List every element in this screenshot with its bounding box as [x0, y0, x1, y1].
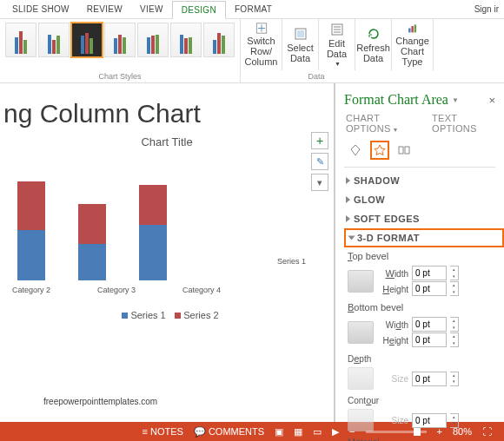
svg-rect-6 [414, 24, 415, 32]
chart-style-thumb[interactable] [203, 23, 235, 57]
present-icon: ▶ [332, 426, 339, 438]
data-group-label: Data [241, 72, 392, 81]
normal-view-button[interactable]: ▣ [269, 426, 288, 438]
bottom-bevel-picker[interactable] [348, 321, 374, 344]
comments-button[interactable]: 💬COMMENTS [189, 426, 269, 438]
chart-style-thumb-selected[interactable] [71, 23, 103, 57]
sorter-view-button[interactable]: ▦ [288, 426, 308, 438]
zoom-slider[interactable] [366, 431, 427, 433]
category-label: Category 4 [176, 286, 228, 294]
spinner[interactable]: ▴▾ [450, 266, 459, 280]
plus-icon: + [316, 134, 323, 148]
tab-view[interactable]: VIEW [131, 1, 172, 17]
switch-row-column-button[interactable]: Switch Row/ Column [241, 19, 282, 70]
spinner[interactable]: ▴▾ [450, 372, 459, 386]
contour-color-picker[interactable] [348, 409, 374, 431]
select-data-button[interactable]: Select Data [282, 19, 319, 70]
fit-button[interactable]: ⛶ [477, 426, 497, 437]
svg-rect-7 [399, 147, 403, 154]
bottom-bevel-width-input[interactable] [412, 317, 447, 332]
tab-format[interactable]: FORMAT [226, 1, 281, 17]
height-label: Height [379, 284, 408, 294]
section-3d-format[interactable]: 3-D FORMAT [344, 228, 504, 247]
chart-title[interactable]: Chart Title [0, 135, 334, 148]
ribbon-tabs: SLIDE SHOW REVIEW VIEW DESIGN FORMAT Sig… [0, 0, 504, 19]
size-properties-icon[interactable] [395, 141, 414, 160]
bottom-bevel-label: Bottom bevel [335, 299, 504, 314]
chart-style-thumb[interactable] [38, 23, 70, 57]
refresh-data-button[interactable]: Refresh Data [355, 19, 392, 70]
funnel-icon: ▾ [317, 177, 322, 188]
svg-rect-5 [411, 26, 413, 32]
top-bevel-height-input[interactable] [412, 281, 447, 296]
category-label: Category 3 [90, 286, 143, 294]
edit-data-button[interactable]: Edit Data▼ [319, 19, 355, 70]
chart-options-tab[interactable]: CHART OPTIONS▼ [346, 113, 421, 134]
chart-filters-button[interactable]: ▾ [311, 174, 328, 191]
depth-size-input[interactable] [412, 372, 447, 386]
pane-dropdown-icon[interactable]: ▼ [452, 96, 459, 104]
chart-style-thumb[interactable] [104, 23, 136, 57]
reading-view-button[interactable]: ▭ [308, 426, 327, 438]
chart-style-thumb[interactable] [5, 23, 36, 57]
width-label: Width [379, 268, 408, 279]
signin-link[interactable]: Sign ir [474, 4, 499, 14]
spinner[interactable]: ▴▾ [450, 317, 459, 332]
notes-icon: ≡ [143, 426, 148, 437]
chart-styles-button[interactable]: ✎ [311, 153, 328, 170]
chevron-down-icon: ▼ [393, 127, 399, 133]
ribbon: Chart Styles Switch Row/ Column Select D… [0, 19, 504, 83]
tab-review[interactable]: REVIEW [78, 1, 131, 17]
effects-icon[interactable] [370, 141, 389, 160]
top-bevel-width-input[interactable] [412, 266, 447, 280]
chart-object[interactable]: Chart Title Category 2 Category 3 Catego… [0, 135, 334, 320]
chart-styles-label: Chart Styles [0, 72, 240, 81]
top-bevel-picker[interactable] [348, 270, 374, 293]
fill-line-icon[interactable] [346, 141, 365, 160]
chart-style-thumb[interactable] [137, 23, 169, 57]
svg-rect-4 [408, 29, 410, 33]
contour-label: Contour [335, 392, 504, 407]
change-chart-type-button[interactable]: Change Chart Type [392, 19, 434, 70]
bottom-bevel-height-input[interactable] [412, 332, 447, 347]
comment-icon: 💬 [194, 426, 206, 438]
section-soft-edges[interactable]: SOFT EDGES [335, 209, 504, 228]
top-bevel-label: Top bevel [335, 247, 504, 263]
reading-icon: ▭ [313, 426, 322, 438]
slideshow-view-button[interactable]: ▶ [327, 426, 344, 438]
chevron-down-icon: ▼ [335, 61, 341, 67]
contour-size-input[interactable] [412, 413, 447, 428]
category-label: Category 2 [5, 286, 57, 294]
tab-slideshow[interactable]: SLIDE SHOW [3, 1, 78, 17]
footer-text: freepowerpointtemplates.com [43, 397, 157, 406]
zoom-in-button[interactable]: + [432, 426, 448, 437]
section-shadow[interactable]: SHADOW [335, 171, 504, 190]
brush-icon: ✎ [316, 156, 324, 168]
chart-elements-button[interactable]: + [311, 132, 328, 149]
format-pane: Format Chart Area ▼ × CHART OPTIONS▼ TEX… [335, 83, 504, 422]
normal-view-icon: ▣ [275, 426, 283, 438]
chart-style-thumb[interactable] [170, 23, 202, 57]
slide-canvas[interactable]: ng Column Chart Chart Title Category 2 C… [0, 83, 335, 422]
notes-button[interactable]: ≡NOTES [137, 426, 189, 437]
chart-styles-gallery[interactable] [0, 19, 240, 57]
pane-title: Format Chart Area [344, 92, 448, 108]
chart-legend[interactable]: Series 1 Series 2 [0, 310, 334, 320]
depth-label: Depth [335, 350, 504, 365]
tab-design[interactable]: DESIGN [172, 1, 226, 19]
spinner[interactable]: ▴▾ [450, 332, 459, 347]
svg-rect-8 [405, 147, 409, 154]
sorter-icon: ▦ [294, 426, 302, 438]
close-icon[interactable]: × [488, 94, 495, 107]
series-axis-label: Series 1 [277, 257, 306, 266]
fit-icon: ⛶ [482, 426, 492, 437]
zoom-level[interactable]: 80% [448, 426, 477, 437]
text-options-tab[interactable]: TEXT OPTIONS [432, 113, 494, 134]
spinner[interactable]: ▴▾ [450, 413, 459, 428]
svg-rect-2 [297, 30, 304, 37]
spinner[interactable]: ▴▾ [450, 281, 459, 296]
slide-title[interactable]: ng Column Chart [0, 83, 334, 135]
section-glow[interactable]: GLOW [335, 190, 504, 209]
depth-color-picker[interactable] [348, 367, 374, 390]
